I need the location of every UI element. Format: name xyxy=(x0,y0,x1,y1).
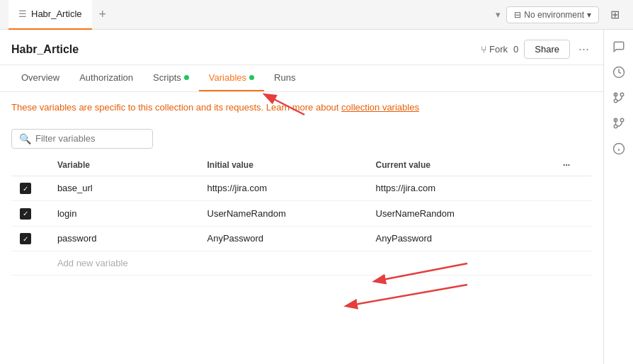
topbar-extra-icon[interactable]: ⊞ xyxy=(605,5,625,25)
add-variable-label[interactable]: Add new variable xyxy=(49,251,554,275)
row3-current: AnyPassword xyxy=(367,226,555,251)
no-env-icon: ⊟ xyxy=(514,10,521,20)
tab-label: Habr_Article xyxy=(31,8,82,19)
fork-label: Fork xyxy=(489,44,508,55)
env-chevron-icon: ▾ xyxy=(587,10,591,20)
collection-icon: ☰ xyxy=(18,8,27,19)
header-actions: ⑂ Fork 0 Share ··· xyxy=(481,40,592,59)
tab-overview-label: Overview xyxy=(21,72,59,83)
table-row: ✓ login UserNameRandom UserNameRandom xyxy=(11,201,592,227)
row3-variable: password xyxy=(49,226,199,251)
fork-button[interactable]: ⑂ Fork xyxy=(481,44,508,55)
filter-bar: 🔍 xyxy=(0,123,603,154)
row2-current: UserNameRandom xyxy=(367,201,555,227)
row3-checkbox[interactable]: ✓ xyxy=(20,233,31,244)
more-options-button[interactable]: ··· xyxy=(576,42,592,57)
variables-table: Variable Initial value Current value ···… xyxy=(11,154,592,276)
tab-runs[interactable]: Runs xyxy=(264,65,305,91)
comment-icon[interactable] xyxy=(608,35,630,58)
tab-scripts-label: Scripts xyxy=(153,72,181,83)
row2-variable: login xyxy=(49,201,199,227)
right-sidebar xyxy=(603,30,633,364)
new-tab-button[interactable]: + xyxy=(92,7,114,22)
row1-checkbox[interactable]: ✓ xyxy=(20,183,31,194)
row3-initial: AnyPassword xyxy=(199,226,367,251)
top-bar-right: ▾ ⊟ No environment ▾ ⊞ xyxy=(496,5,625,25)
svg-point-2 xyxy=(620,93,624,96)
row1-variable: base_url xyxy=(49,176,199,201)
top-bar: ☰ Habr_Article + ▾ ⊟ No environment ▾ ⊞ xyxy=(0,0,633,30)
variables-dot xyxy=(249,75,254,80)
tab-authorization-label: Authorization xyxy=(79,72,133,83)
chevron-icon[interactable]: ▾ xyxy=(496,9,501,20)
col-header-more: ··· xyxy=(554,154,592,176)
row2-initial: UserNameRandom xyxy=(199,201,367,227)
tab-authorization[interactable]: Authorization xyxy=(69,65,143,91)
no-env-label: No environment xyxy=(524,10,584,20)
search-icon: 🔍 xyxy=(19,133,31,144)
tab-overview[interactable]: Overview xyxy=(11,65,69,91)
active-tab[interactable]: ☰ Habr_Article xyxy=(8,0,92,30)
col-header-current: Current value xyxy=(367,154,555,176)
nav-tabs: Overview Authorization Scripts Variables… xyxy=(0,65,603,92)
row1-current: https://jira.com xyxy=(367,176,555,201)
tab-runs-label: Runs xyxy=(274,72,295,83)
add-variable-row[interactable]: Add new variable xyxy=(11,251,592,275)
tab-variables-label: Variables xyxy=(209,72,246,83)
table-row: ✓ password AnyPassword AnyPassword xyxy=(11,226,592,251)
history-icon[interactable] xyxy=(608,61,630,84)
svg-point-3 xyxy=(614,99,617,103)
main-content: Habr_Article ⑂ Fork 0 Share ··· Overview… xyxy=(0,30,603,275)
info-text: These variables are specific to this col… xyxy=(11,102,341,113)
no-environment-button[interactable]: ⊟ No environment ▾ xyxy=(506,6,599,23)
fork-icon: ⑂ xyxy=(481,44,486,55)
col-header-variable: Variable xyxy=(49,154,199,176)
row1-initial: https://jira.com xyxy=(199,176,367,201)
variables-table-wrap: Variable Initial value Current value ···… xyxy=(0,154,603,276)
svg-line-15 xyxy=(347,285,467,306)
tab-scripts[interactable]: Scripts xyxy=(143,65,199,91)
row2-checkbox[interactable]: ✓ xyxy=(20,208,31,220)
svg-point-7 xyxy=(614,125,617,128)
fork-sidebar-icon[interactable] xyxy=(608,86,630,109)
share-button[interactable]: Share xyxy=(524,40,570,59)
svg-point-6 xyxy=(620,118,624,122)
filter-input-wrap: 🔍 xyxy=(11,129,153,149)
col-header-check xyxy=(11,154,49,176)
info-bar: These variables are specific to this col… xyxy=(0,92,603,123)
collection-title: Habr_Article xyxy=(11,43,79,56)
fork-count: 0 xyxy=(513,44,518,55)
scripts-dot xyxy=(184,75,189,80)
collection-header: Habr_Article ⑂ Fork 0 Share ··· xyxy=(0,30,603,65)
git-branch-icon[interactable] xyxy=(608,112,630,135)
info-icon[interactable] xyxy=(608,137,630,160)
filter-input[interactable] xyxy=(35,133,145,144)
collection-variables-link[interactable]: collection variables xyxy=(341,102,419,113)
table-row: ✓ base_url https://jira.com https://jira… xyxy=(11,176,592,201)
col-header-initial: Initial value xyxy=(199,154,367,176)
tab-variables[interactable]: Variables xyxy=(199,65,264,91)
